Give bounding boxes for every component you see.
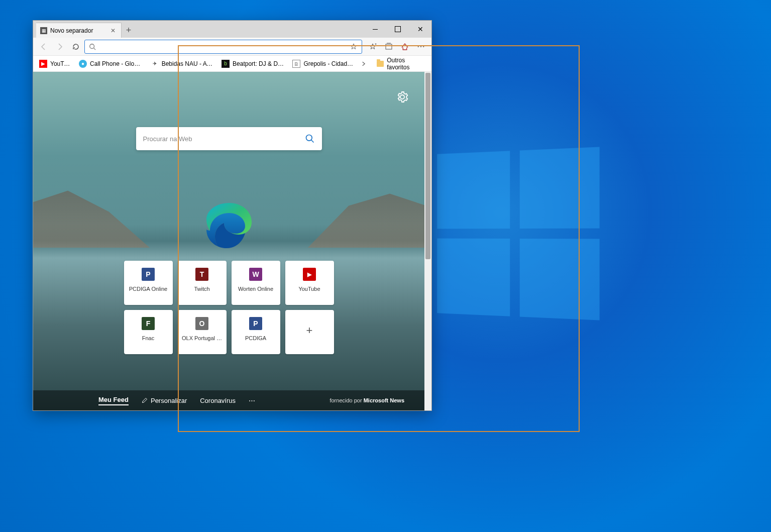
tile-add-button[interactable]: + bbox=[285, 310, 334, 354]
tile-label: YouTube bbox=[298, 286, 320, 292]
tile-icon: P bbox=[142, 268, 155, 281]
bookmark-label: Bebidas NAU - A pr… bbox=[162, 60, 213, 67]
tile-label: PCDIGA bbox=[245, 335, 266, 341]
bookmark-label: Beatport: DJ & Dan… bbox=[233, 60, 284, 67]
bookmark-grepolis[interactable]: 🗎 Grepolis - Cidade d… bbox=[289, 58, 358, 69]
svg-rect-4 bbox=[386, 44, 392, 49]
tile-twitch[interactable]: T Twitch bbox=[178, 261, 227, 305]
bookmark-label: Grepolis - Cidade d… bbox=[303, 60, 355, 67]
feed-tab-coronavirus[interactable]: Coronavírus bbox=[200, 397, 236, 404]
page-settings-button[interactable] bbox=[396, 91, 408, 103]
tile-pcdiga[interactable]: P PCDIGA bbox=[232, 310, 280, 354]
quick-links-grid: P PCDIGA Online T Twitch W Worten Online… bbox=[124, 261, 334, 354]
tile-label: Twitch bbox=[194, 286, 209, 292]
vertical-scrollbar[interactable] bbox=[424, 72, 431, 410]
new-tab-page: P PCDIGA Online T Twitch W Worten Online… bbox=[33, 72, 424, 410]
bookmarks-bar: ▶ YouTube ● Call Phone - Globfo… ✈ Bebid… bbox=[33, 56, 431, 72]
tile-icon: T bbox=[195, 268, 208, 281]
profile-button[interactable] bbox=[397, 40, 412, 54]
feed-more-button[interactable]: ⋯ bbox=[249, 397, 256, 404]
close-window-button[interactable]: ✕ bbox=[409, 22, 431, 37]
bookmark-icon: ▶ bbox=[39, 60, 47, 68]
back-button[interactable] bbox=[36, 40, 51, 54]
bookmark-label: Call Phone - Globfo… bbox=[90, 60, 143, 67]
search-icon bbox=[89, 43, 96, 50]
other-bookmarks-label: Outros favoritos bbox=[387, 57, 425, 71]
tab-active[interactable]: ▦ Novo separador ✕ bbox=[36, 23, 122, 38]
tile-youtube[interactable]: ▶ YouTube bbox=[285, 261, 334, 305]
favorite-star-icon[interactable] bbox=[350, 43, 358, 51]
bookmark-icon: b bbox=[222, 60, 230, 68]
tile-icon: ▶ bbox=[303, 268, 316, 281]
tab-favicon: ▦ bbox=[40, 27, 47, 34]
address-input[interactable] bbox=[100, 43, 346, 50]
pencil-icon bbox=[142, 397, 148, 403]
svg-line-1 bbox=[94, 48, 96, 50]
search-submit-icon[interactable] bbox=[305, 134, 315, 144]
address-bar[interactable] bbox=[84, 40, 362, 54]
window-controls: ✕ bbox=[364, 21, 431, 38]
tile-label: Fnac bbox=[142, 335, 154, 341]
folder-icon bbox=[377, 61, 384, 67]
web-search-input[interactable] bbox=[143, 135, 305, 143]
bookmark-icon: 🗎 bbox=[292, 60, 300, 68]
collections-button[interactable] bbox=[381, 40, 396, 54]
minimize-button[interactable] bbox=[364, 22, 386, 37]
bg-mountain bbox=[33, 187, 150, 248]
feed-bar: Meu Feed Personalizar Coronavírus ⋯ forn… bbox=[33, 390, 424, 410]
feed-tab-label: Personalizar bbox=[151, 397, 187, 404]
titlebar: ▦ Novo separador ✕ + ✕ bbox=[33, 21, 431, 38]
tile-label: OLX Portugal … bbox=[182, 335, 222, 341]
toolbar: ⋯ bbox=[33, 38, 431, 56]
tile-pcdiga-online[interactable]: P PCDIGA Online bbox=[124, 261, 173, 305]
favorites-button[interactable] bbox=[365, 40, 380, 54]
feed-tab-myfeed[interactable]: Meu Feed bbox=[98, 396, 129, 405]
forward-button[interactable] bbox=[52, 40, 67, 54]
tile-label: Worten Online bbox=[238, 286, 273, 292]
tile-icon: F bbox=[142, 317, 155, 330]
close-tab-button[interactable]: ✕ bbox=[109, 27, 117, 35]
browser-window: ▦ Novo separador ✕ + ✕ bbox=[33, 20, 432, 411]
tile-worten[interactable]: W Worten Online bbox=[232, 261, 280, 305]
tile-icon: O bbox=[195, 317, 208, 330]
bookmark-label: YouTube bbox=[50, 60, 71, 67]
tile-icon: P bbox=[249, 317, 262, 330]
tile-olx[interactable]: O OLX Portugal … bbox=[178, 310, 227, 354]
tile-fnac[interactable]: F Fnac bbox=[124, 310, 173, 354]
content-area: P PCDIGA Online T Twitch W Worten Online… bbox=[33, 72, 431, 410]
tile-icon: W bbox=[249, 268, 262, 281]
refresh-button[interactable] bbox=[68, 40, 83, 54]
svg-line-7 bbox=[311, 140, 313, 143]
feed-tab-personalize[interactable]: Personalizar bbox=[142, 397, 187, 404]
bookmark-beatport[interactable]: b Beatport: DJ & Dan… bbox=[218, 58, 287, 69]
edge-logo bbox=[204, 200, 254, 251]
maximize-button[interactable] bbox=[386, 22, 409, 37]
bookmark-icon: ● bbox=[79, 60, 87, 68]
svg-point-0 bbox=[90, 44, 94, 48]
other-bookmarks-button[interactable]: Outros favoritos bbox=[374, 55, 428, 72]
tile-label: PCDIGA Online bbox=[129, 286, 167, 292]
tab-title: Novo separador bbox=[50, 27, 93, 34]
new-tab-button[interactable]: + bbox=[122, 23, 136, 38]
bookmark-youtube[interactable]: ▶ YouTube bbox=[36, 58, 74, 69]
bookmark-icon: ✈ bbox=[151, 60, 159, 68]
bookmarks-overflow-button[interactable] bbox=[361, 61, 372, 67]
menu-button[interactable]: ⋯ bbox=[413, 40, 428, 54]
svg-point-6 bbox=[306, 135, 312, 141]
bookmark-bebidas[interactable]: ✈ Bebidas NAU - A pr… bbox=[148, 58, 216, 69]
scrollbar-thumb[interactable] bbox=[425, 73, 430, 259]
bg-mountain bbox=[307, 187, 424, 248]
windows-logo bbox=[432, 151, 598, 316]
web-search-box[interactable] bbox=[136, 127, 322, 150]
bookmark-callphone[interactable]: ● Call Phone - Globfo… bbox=[76, 58, 146, 69]
feed-provider: fornecido por Microsoft News bbox=[329, 397, 404, 403]
plus-icon: + bbox=[306, 324, 313, 337]
